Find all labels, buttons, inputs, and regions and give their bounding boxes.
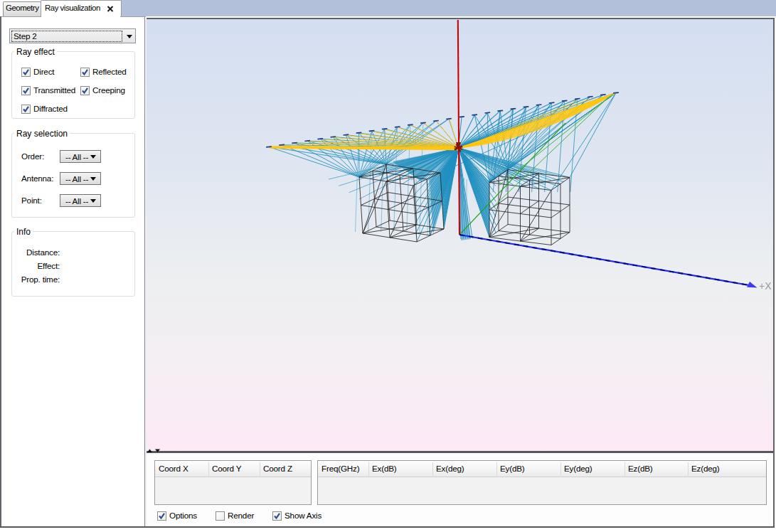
svg-text:+X: +X (759, 280, 772, 292)
